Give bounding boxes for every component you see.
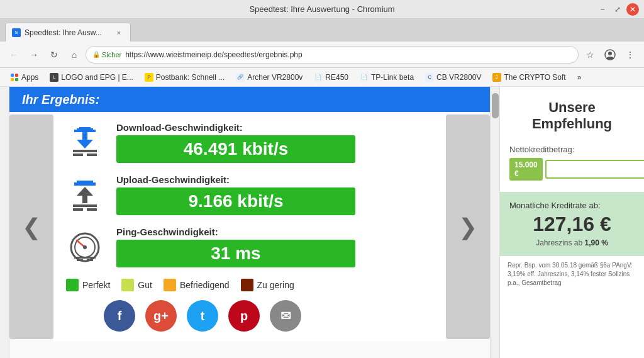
main-area: Ihr Ergebnis: ❮	[9, 87, 490, 358]
bookmark-more[interactable]: »	[572, 72, 587, 83]
secure-badge: 🔒 Sicher	[92, 51, 121, 59]
bookmark-tplink[interactable]: 📄 TP-Link beta	[355, 72, 419, 83]
email-icon: ✉	[280, 308, 291, 323]
active-tab[interactable]: S Speedtest: Ihre Ausw... ×	[5, 23, 131, 42]
monthly-rate-note-value: 1,90 %	[585, 238, 608, 247]
legend-perfekt-label: Perfekt	[82, 280, 110, 290]
forward-button[interactable]: →	[25, 46, 43, 64]
download-bar: 46.491 kbit/s	[116, 135, 355, 163]
ping-row: Ping-Geschwindigkeit: 31 ms	[66, 227, 433, 267]
address-bar[interactable]: 🔒 Sicher https://www.wieistmeineip.de/sp…	[86, 46, 579, 64]
left-scrollbar[interactable]	[0, 87, 9, 358]
ping-icon	[66, 230, 104, 264]
tab-label: Speedtest: Ihre Ausw...	[25, 28, 102, 37]
bookmark-apps-label: Apps	[21, 73, 38, 82]
credit-input-row: 15.000 €	[509, 158, 635, 181]
reload-button[interactable]: ↻	[45, 46, 63, 64]
cb-favicon: C	[425, 73, 434, 82]
legend: Perfekt Gut Befriedigend Zu gering	[66, 279, 433, 291]
bookmark-archer-label: Archer VR2800v	[247, 73, 303, 82]
svg-rect-19	[87, 208, 97, 211]
right-scrollbar[interactable]	[490, 87, 499, 358]
account-icon[interactable]	[601, 46, 619, 64]
bookmark-tplink-label: TP-Link beta	[371, 73, 414, 82]
legend-gut: Gut	[121, 279, 152, 291]
svg-rect-21	[74, 182, 96, 184]
svg-rect-2	[11, 74, 14, 77]
twitter-button[interactable]: t	[187, 300, 218, 332]
url-text: https://www.wieistmeineip.de/speedtest/e…	[125, 50, 303, 59]
ping-value: 31 ms	[211, 243, 260, 264]
legend-zu-gering: Zu gering	[241, 279, 294, 291]
content-wrapper: ❮	[9, 112, 490, 342]
svg-rect-11	[82, 131, 87, 141]
bookmark-cb-label: CB VR2800V	[436, 73, 481, 82]
bookmark-re450[interactable]: 📄 RE450	[309, 72, 353, 83]
close-button[interactable]: ✕	[626, 3, 639, 16]
legend-befriedigend-color	[164, 279, 176, 291]
bookmark-re450-label: RE450	[325, 73, 348, 82]
email-button[interactable]: ✉	[270, 300, 301, 332]
re450-favicon: 📄	[314, 73, 323, 82]
tplink-favicon: 📄	[360, 73, 369, 82]
recommendation-line2: Empfehlung	[532, 116, 612, 131]
next-icon: ❯	[458, 214, 477, 240]
ping-label: Ping-Geschwindigkeit:	[116, 227, 433, 237]
prev-icon: ❮	[22, 214, 41, 240]
pinterest-icon: p	[240, 309, 248, 323]
pinterest-button[interactable]: p	[228, 300, 260, 332]
monthly-rate-label: Monatliche Kreditrate ab:	[509, 201, 635, 210]
apps-favicon	[10, 73, 19, 82]
tab-close-button[interactable]: ×	[114, 28, 124, 38]
minimize-button[interactable]: −	[596, 3, 609, 16]
window-title: Speedtest: Ihre Auswertung - Chromium	[249, 4, 394, 14]
svg-rect-27	[74, 257, 96, 259]
svg-point-1	[608, 52, 612, 55]
legend-gut-color	[121, 279, 134, 291]
upload-value: 9.166 kbit/s	[189, 191, 284, 211]
upload-details: Upload-Geschwindigkeit: 9.166 kbit/s	[116, 174, 433, 215]
back-button[interactable]: ←	[5, 46, 23, 64]
menu-button[interactable]: ⋮	[621, 46, 639, 64]
home-button[interactable]: ⌂	[65, 46, 83, 64]
secure-label: Sicher	[102, 51, 121, 59]
toolbar-right: ☆ ⋮	[581, 46, 639, 64]
more-bookmarks-icon: »	[577, 73, 582, 82]
legend-perfekt: Perfekt	[66, 279, 110, 291]
right-sidebar: Unsere Empfehlung Nettokreditbetrag: 15.…	[499, 87, 644, 358]
page-header-text: Ihr Ergebnis:	[22, 92, 99, 107]
bookmark-cb[interactable]: C CB VR2800V	[420, 72, 486, 83]
bookmark-apps[interactable]: Apps	[5, 72, 43, 83]
page-header: Ihr Ergebnis:	[9, 87, 490, 112]
upload-row: Upload-Geschwindigkeit: 9.166 kbit/s	[66, 174, 433, 215]
credit-section: Nettokreditbetrag: 15.000 €	[500, 138, 644, 187]
crypto-favicon: ₿	[492, 73, 501, 82]
credit-input-field[interactable]	[545, 160, 644, 179]
prev-button[interactable]: ❮	[9, 115, 53, 339]
download-value: 46.491 kbit/s	[184, 139, 289, 159]
maximize-button[interactable]: ⤢	[611, 3, 624, 16]
svg-marker-15	[77, 187, 93, 196]
logo-epg-favicon: L	[50, 73, 58, 82]
svg-marker-10	[77, 140, 93, 148]
scroll-thumb[interactable]	[492, 93, 499, 118]
next-button[interactable]: ❯	[446, 115, 490, 339]
legend-zu-gering-label: Zu gering	[257, 280, 294, 290]
bookmark-postbank[interactable]: P Postbank: Schnell ...	[140, 72, 230, 83]
download-label: Download-Geschwindigkeit:	[116, 122, 433, 133]
bookmark-star-button[interactable]: ☆	[581, 46, 599, 64]
tab-bar: S Speedtest: Ihre Ausw... ×	[0, 19, 644, 42]
legend-gut-label: Gut	[138, 280, 152, 290]
title-bar: Speedtest: Ihre Auswertung - Chromium − …	[0, 0, 644, 19]
legend-befriedigend-label: Befriedigend	[180, 280, 230, 290]
svg-rect-29	[87, 259, 93, 261]
bookmark-archer[interactable]: 🔗 Archer VR2800v	[231, 72, 308, 83]
google-button[interactable]: g+	[145, 300, 177, 332]
bookmark-crypto[interactable]: ₿ The CRYPTO Soft	[487, 72, 570, 83]
google-icon: g+	[153, 309, 169, 323]
upload-label: Upload-Geschwindigkeit:	[116, 174, 433, 185]
bookmark-logo-epg[interactable]: L LOGO and EPG | E...	[45, 72, 138, 83]
credit-label: Nettokreditbetrag:	[509, 145, 635, 154]
upload-bar: 9.166 kbit/s	[116, 187, 355, 215]
facebook-button[interactable]: f	[104, 300, 135, 332]
